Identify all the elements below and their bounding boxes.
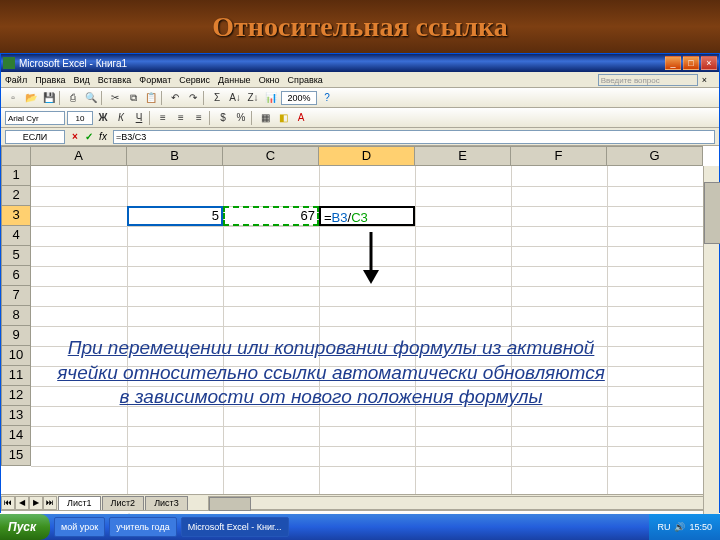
tray-volume-icon[interactable]: 🔊 bbox=[674, 522, 685, 532]
undo-icon[interactable]: ↶ bbox=[167, 90, 183, 106]
align-left-icon[interactable]: ≡ bbox=[155, 110, 171, 126]
maximize-button[interactable]: □ bbox=[683, 56, 699, 70]
taskbar-item-3[interactable]: Microsoft Excel - Книг... bbox=[181, 517, 289, 537]
start-button[interactable]: Пуск bbox=[0, 514, 50, 540]
sheet-tab-3[interactable]: Лист3 bbox=[145, 496, 188, 510]
fx-button[interactable]: fx bbox=[97, 131, 109, 143]
tray-lang[interactable]: RU bbox=[657, 522, 670, 532]
excel-icon bbox=[3, 57, 15, 69]
col-header-g[interactable]: G bbox=[607, 146, 703, 166]
cell-d3-active[interactable]: =B3/C3 bbox=[319, 206, 415, 226]
menu-tools[interactable]: Сервис bbox=[179, 75, 210, 85]
enter-formula-button[interactable]: ✓ bbox=[83, 131, 95, 143]
copy-icon[interactable]: ⧉ bbox=[125, 90, 141, 106]
chart-icon[interactable]: 📊 bbox=[263, 90, 279, 106]
menu-file[interactable]: Файл bbox=[5, 75, 27, 85]
sheet-tab-1[interactable]: Лист1 bbox=[58, 496, 101, 510]
row-header-6[interactable]: 6 bbox=[1, 266, 31, 286]
sort-asc-icon[interactable]: A↓ bbox=[227, 90, 243, 106]
row-header-10[interactable]: 10 bbox=[1, 346, 31, 366]
print-icon[interactable]: ⎙ bbox=[65, 90, 81, 106]
menu-edit[interactable]: Правка bbox=[35, 75, 65, 85]
menu-insert[interactable]: Вставка bbox=[98, 75, 131, 85]
open-icon[interactable]: 📂 bbox=[23, 90, 39, 106]
font-size-select[interactable]: 10 bbox=[67, 111, 93, 125]
row-header-7[interactable]: 7 bbox=[1, 286, 31, 306]
doc-close-button[interactable]: × bbox=[702, 75, 707, 85]
col-header-e[interactable]: E bbox=[415, 146, 511, 166]
horizontal-scrollbar[interactable] bbox=[208, 496, 719, 510]
name-box[interactable]: ЕСЛИ bbox=[5, 130, 65, 144]
tab-nav-next[interactable]: ▶ bbox=[29, 496, 43, 510]
zoom-select[interactable]: 200% bbox=[281, 91, 317, 105]
borders-icon[interactable]: ▦ bbox=[257, 110, 273, 126]
row-header-1[interactable]: 1 bbox=[1, 166, 31, 186]
align-right-icon[interactable]: ≡ bbox=[191, 110, 207, 126]
font-name-select[interactable]: Arial Cyr bbox=[5, 111, 65, 125]
vertical-scrollbar[interactable] bbox=[703, 166, 719, 514]
menubar: Файл Правка Вид Вставка Формат Сервис Да… bbox=[1, 72, 719, 88]
taskbar-item-1[interactable]: мой урок bbox=[54, 517, 105, 537]
row-header-12[interactable]: 12 bbox=[1, 386, 31, 406]
col-header-c[interactable]: C bbox=[223, 146, 319, 166]
preview-icon[interactable]: 🔍 bbox=[83, 90, 99, 106]
formula-ref2: C3 bbox=[351, 210, 368, 225]
formula-input[interactable]: =B3/C3 bbox=[113, 130, 715, 144]
ask-question-input[interactable]: Введите вопрос bbox=[598, 74, 698, 86]
row-header-15[interactable]: 15 bbox=[1, 446, 31, 466]
row-header-11[interactable]: 11 bbox=[1, 366, 31, 386]
taskbar-item-2[interactable]: учитель года bbox=[109, 517, 177, 537]
col-header-b[interactable]: B bbox=[127, 146, 223, 166]
sheet-tab-2[interactable]: Лист2 bbox=[102, 496, 145, 510]
sort-desc-icon[interactable]: Z↓ bbox=[245, 90, 261, 106]
close-button[interactable]: × bbox=[701, 56, 717, 70]
sheet-tab-bar: ⏮ ◀ ▶ ⏭ Лист1 Лист2 Лист3 bbox=[1, 494, 719, 510]
cell-c3[interactable]: 67 bbox=[223, 206, 319, 226]
row-header-9[interactable]: 9 bbox=[1, 326, 31, 346]
row-header-14[interactable]: 14 bbox=[1, 426, 31, 446]
cancel-formula-button[interactable]: × bbox=[69, 131, 81, 143]
row-header-8[interactable]: 8 bbox=[1, 306, 31, 326]
col-header-d[interactable]: D bbox=[319, 146, 415, 166]
row-header-2[interactable]: 2 bbox=[1, 186, 31, 206]
tab-nav-last[interactable]: ⏭ bbox=[43, 496, 57, 510]
window-title: Microsoft Excel - Книга1 bbox=[19, 58, 127, 69]
titlebar: Microsoft Excel - Книга1 _ □ × bbox=[1, 54, 719, 72]
underline-icon[interactable]: Ч bbox=[131, 110, 147, 126]
menu-data[interactable]: Данные bbox=[218, 75, 251, 85]
save-icon[interactable]: 💾 bbox=[41, 90, 57, 106]
row-header-13[interactable]: 13 bbox=[1, 406, 31, 426]
help-icon[interactable]: ? bbox=[319, 90, 335, 106]
minimize-button[interactable]: _ bbox=[665, 56, 681, 70]
redo-icon[interactable]: ↷ bbox=[185, 90, 201, 106]
spreadsheet-grid[interactable]: A B C D E F G 1 2 3 4 5 6 7 8 9 10 11 12 bbox=[1, 146, 719, 494]
row-header-3[interactable]: 3 bbox=[1, 206, 31, 226]
cut-icon[interactable]: ✂ bbox=[107, 90, 123, 106]
system-tray[interactable]: RU 🔊 15:50 bbox=[649, 514, 720, 540]
col-header-a[interactable]: A bbox=[31, 146, 127, 166]
menu-format[interactable]: Формат bbox=[139, 75, 171, 85]
font-color-icon[interactable]: A bbox=[293, 110, 309, 126]
slide-title: Относительная ссылка bbox=[212, 11, 507, 43]
col-header-f[interactable]: F bbox=[511, 146, 607, 166]
fill-color-icon[interactable]: ◧ bbox=[275, 110, 291, 126]
tray-time: 15:50 bbox=[689, 522, 712, 532]
row-header-5[interactable]: 5 bbox=[1, 246, 31, 266]
row-header-4[interactable]: 4 bbox=[1, 226, 31, 246]
menu-window[interactable]: Окно bbox=[259, 75, 280, 85]
sum-icon[interactable]: Σ bbox=[209, 90, 225, 106]
tab-nav-first[interactable]: ⏮ bbox=[1, 496, 15, 510]
cell-b3[interactable]: 5 bbox=[127, 206, 223, 226]
tab-nav-prev[interactable]: ◀ bbox=[15, 496, 29, 510]
align-center-icon[interactable]: ≡ bbox=[173, 110, 189, 126]
currency-icon[interactable]: $ bbox=[215, 110, 231, 126]
paste-icon[interactable]: 📋 bbox=[143, 90, 159, 106]
new-icon[interactable]: ▫ bbox=[5, 90, 21, 106]
menu-help[interactable]: Справка bbox=[288, 75, 323, 85]
formatting-toolbar: Arial Cyr 10 Ж К Ч ≡ ≡ ≡ $ % ▦ ◧ A bbox=[1, 108, 719, 128]
percent-icon[interactable]: % bbox=[233, 110, 249, 126]
select-all-corner[interactable] bbox=[1, 146, 31, 166]
bold-icon[interactable]: Ж bbox=[95, 110, 111, 126]
italic-icon[interactable]: К bbox=[113, 110, 129, 126]
menu-view[interactable]: Вид bbox=[74, 75, 90, 85]
